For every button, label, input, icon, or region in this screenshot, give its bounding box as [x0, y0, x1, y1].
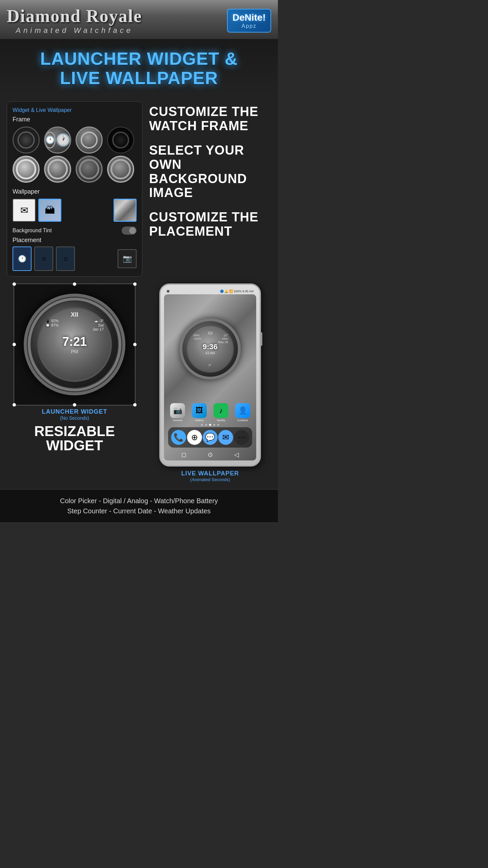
live-wallpaper-label: LIVE WALLPAPER — [181, 470, 239, 477]
app-title: Diamond Royale — [7, 6, 142, 26]
page-dots — [167, 424, 253, 426]
spotify-icon: ♪ — [214, 403, 228, 418]
phone-section: 🔵 🔔 📶 100% 9:36 AM XII 99%100% 12°MonMay… — [149, 283, 271, 482]
frame-label: Frame — [13, 116, 137, 123]
roman-twelve: XII — [71, 311, 78, 318]
feature-3: CUSTOMIZE THE PLACEMENT — [149, 210, 271, 239]
footer-line-1: Color Picker - Digital / Analog - Watch/… — [7, 496, 271, 506]
resize-dot-tr — [133, 282, 137, 286]
frame-option-6[interactable] — [44, 156, 71, 183]
dock-apps-icon[interactable]: ⋯ — [234, 430, 249, 445]
logo-denite: DeNite! — [232, 12, 266, 23]
resize-dot-bc — [73, 403, 76, 407]
gallery-icon: 🖼 — [192, 403, 207, 418]
hero-section: LAUNCHER WIDGET & LIVE WALLPAPER — [0, 39, 278, 95]
phone-label-section: LIVE WALLPAPER (Animated Seconds) — [181, 470, 239, 482]
placement-label: Placement — [13, 237, 137, 244]
nav-back[interactable]: ◻ — [181, 451, 186, 458]
frame-grid: 🕐 — [13, 126, 137, 183]
phone-screen: XII 99%100% 12°MonMay 28 9:36 43 AM 0° 📷 — [164, 294, 256, 460]
watch-info-tr: ☁ -3° Sat Jan 17 — [93, 319, 104, 331]
placement-row: 🕐 ⊙ ⊙ 📷 — [13, 246, 137, 271]
app-camera[interactable]: 📷 Camera — [170, 403, 185, 422]
resize-dot-mr — [133, 343, 137, 346]
watch-time: 7:21 — [62, 335, 87, 349]
frame-option-1[interactable] — [13, 126, 40, 154]
watch-ampm: PM — [71, 349, 78, 354]
phone-side-button — [260, 332, 262, 346]
phone-notch-area: 🔵 🔔 📶 100% 9:36 AM — [164, 290, 256, 293]
resize-dot-tc — [73, 282, 76, 286]
widget-watch-face: XII 📱 92% 🔲 87% ☁ -3° Sat Jan 17 7:21 PM — [24, 294, 125, 395]
widget-container: XII 📱 92% 🔲 87% ☁ -3° Sat Jan 17 7:21 PM — [14, 283, 136, 406]
watch-info-tl: 📱 92% 🔲 87% — [45, 319, 59, 328]
phone-status-bar: 🔵 🔔 📶 100% 9:36 AM — [220, 290, 253, 293]
dock-mail-icon[interactable]: ✉ — [218, 430, 233, 445]
app-contacts[interactable]: 👤 Contacts — [235, 403, 250, 422]
frame-option-2[interactable]: 🕐 — [44, 126, 71, 154]
widget-section: XII 📱 92% 🔲 87% ☁ -3° Sat Jan 17 7:21 PM… — [7, 283, 142, 482]
nav-recents[interactable]: ◁ — [234, 451, 239, 458]
dock-phone-icon[interactable]: 📞 — [171, 430, 186, 445]
contacts-icon: 👤 — [235, 403, 250, 418]
page-dot-2 — [205, 424, 207, 426]
placement-image-button[interactable]: 📷 — [118, 249, 137, 268]
tint-row: Background Tint — [13, 226, 137, 235]
phone-watch-time: 9:36 — [203, 342, 218, 351]
tint-label: Background Tint — [13, 228, 52, 234]
watch-inner-face: XII 📱 92% 🔲 87% ☁ -3° Sat Jan 17 7:21 PM — [37, 307, 112, 382]
placement-option-right[interactable]: ⊙ — [56, 246, 75, 271]
placement-option-left[interactable]: 🕐 — [13, 246, 32, 271]
app-spotify[interactable]: ♪ Spotify — [214, 403, 228, 422]
bottom-section: XII 📱 92% 🔲 87% ☁ -3° Sat Jan 17 7:21 PM… — [0, 283, 278, 489]
widget-label: LAUNCHER WIDGET — [42, 408, 107, 415]
phone-watch-inner: XII 99%100% 12°MonMay 28 9:36 43 AM 0° — [186, 325, 234, 373]
frame-option-8[interactable] — [107, 156, 134, 183]
frame-option-7[interactable] — [76, 156, 103, 183]
dock-chrome-icon[interactable]: ⊕ — [187, 430, 202, 445]
main-content: Widget & Live Wallpaper Frame 🕐 — [0, 95, 278, 283]
frame-option-4[interactable] — [107, 126, 134, 154]
app-subtitle: Animated Watchface — [7, 26, 142, 35]
wallpaper-row: ✉ 🏔 — [13, 199, 137, 222]
settings-panel: Widget & Live Wallpaper Frame 🕐 — [7, 101, 142, 277]
resize-dot-br — [133, 403, 137, 407]
phone-camera — [167, 290, 169, 293]
live-wallpaper-sub: (Animated Seconds) — [181, 477, 239, 482]
page-dot-4 — [213, 424, 215, 426]
dock-icons: 📞 ⊕ 💬 ✉ ⋯ — [171, 430, 249, 445]
logo-block: DeNite! Appz — [227, 9, 271, 33]
resize-dot-bl — [13, 403, 16, 407]
phone-watch-ampm: 43 AM — [205, 351, 215, 355]
phone-mockup: 🔵 🔔 📶 100% 9:36 AM XII 99%100% 12°MonMay… — [159, 283, 261, 467]
wallpaper-option-white[interactable]: ✉ — [13, 199, 36, 222]
phone-watch-face: XII 99%100% 12°MonMay 28 9:36 43 AM 0° — [180, 318, 241, 379]
wallpaper-option-mountains[interactable]: 🏔 — [38, 199, 61, 222]
wallpaper-label: Wallpaper — [13, 188, 137, 195]
header-title-block: Diamond Royale Animated Watchface — [7, 6, 142, 35]
panel-tab[interactable]: Widget & Live Wallpaper — [13, 107, 137, 113]
footer: Color Picker - Digital / Analog - Watch/… — [0, 489, 278, 522]
widget-sublabel: (No Seconds) — [60, 415, 89, 421]
resize-dot-tl — [13, 282, 16, 286]
frame-option-3[interactable] — [76, 126, 103, 154]
phone-watch-display: XII 99%100% 12°MonMay 28 9:36 43 AM 0° — [164, 294, 256, 403]
nav-home[interactable]: ⊙ — [208, 451, 213, 458]
phone-dock: 📞 ⊕ 💬 ✉ ⋯ — [168, 427, 252, 448]
logo-appz: Appz — [232, 23, 266, 29]
background-tint-toggle[interactable] — [122, 226, 137, 235]
phone-nav-bar: ◻ ⊙ ◁ — [164, 449, 256, 460]
placement-option-center[interactable]: ⊙ — [34, 246, 53, 271]
resize-dot-ml — [13, 343, 16, 346]
resizable-label: RESIZABLEWIDGET — [34, 424, 115, 453]
dock-message-icon[interactable]: 💬 — [203, 430, 218, 445]
features-panel: CUSTOMIZE THE WATCH FRAME SELECT YOUR OW… — [149, 101, 271, 277]
hero-title: LAUNCHER WIDGET & LIVE WALLPAPER — [7, 49, 271, 88]
app-gallery[interactable]: 🖼 Gallery — [192, 403, 207, 422]
frame-option-5[interactable] — [13, 156, 40, 183]
camera-icon: 📷 — [170, 403, 185, 418]
wallpaper-option-diamond[interactable] — [114, 199, 137, 222]
page-dot-5 — [217, 424, 219, 426]
footer-line-2: Step Counter - Current Date - Weather Up… — [7, 506, 271, 516]
page-dot-1 — [201, 424, 203, 426]
